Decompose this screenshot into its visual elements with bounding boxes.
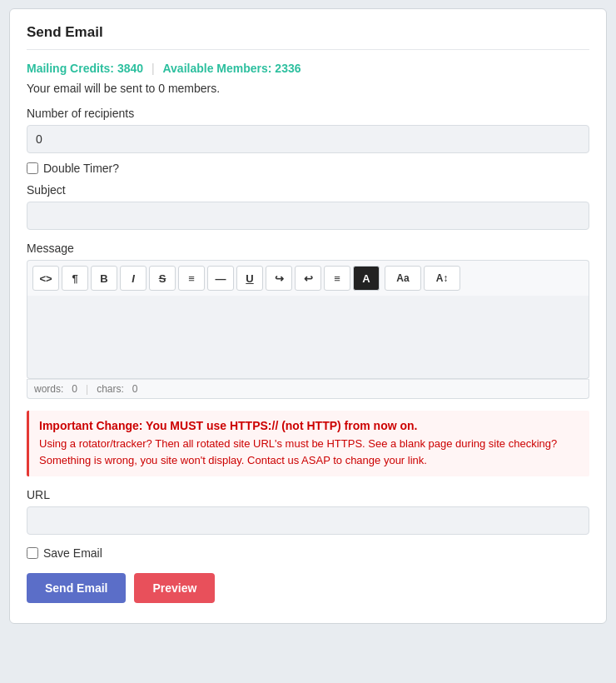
mailing-credits-value: 3840 [117,62,143,75]
undo-button[interactable]: ↩ [295,266,321,291]
url-input[interactable] [27,506,589,535]
available-members-value: 2336 [275,62,301,75]
subject-input[interactable] [27,202,589,230]
credits-row: Mailing Credits: 3840 | Available Member… [27,62,589,75]
bold-button[interactable]: B [91,266,117,291]
code-button[interactable]: <> [32,266,59,291]
underline-button[interactable]: U [236,266,263,291]
words-label: words: [34,383,63,395]
info-text: Your email will be sent to 0 members. [27,82,589,95]
save-email-row: Save Email [27,546,589,560]
chars-value: 0 [132,383,138,395]
strikethrough-button[interactable]: S [149,266,176,291]
toolbar: <> ¶ B I S ≡ — U ↪ ↩ ≡ A Aa A↕ [27,260,589,296]
font-size-button[interactable]: Aa [385,266,421,291]
subject-label: Subject [27,183,589,197]
send-email-button[interactable]: Send Email [27,573,126,603]
recipients-field: Number of recipients [27,107,589,153]
alert-box: Important Change: You MUST use HTTPS:// … [27,411,589,476]
page-title: Send Email [27,24,589,50]
recipients-input[interactable] [27,125,589,153]
list-button[interactable]: ≡ [178,266,205,291]
available-members-label: Available Members: [162,62,271,75]
double-timer-label[interactable]: Double Timer? [43,162,119,175]
message-textarea[interactable] [27,296,589,379]
subject-field: Subject [27,183,589,230]
alert-body: Using a rotator/tracker? Then all rotate… [39,436,579,468]
count-divider: | [86,383,88,395]
font-color-button[interactable]: A [353,266,380,291]
mailing-credits-label: Mailing Credits: [27,62,114,75]
paragraph-button[interactable]: ¶ [62,266,88,291]
message-label: Message [27,242,589,255]
recipients-label: Number of recipients [27,107,589,120]
button-row: Send Email Preview [27,573,589,603]
double-timer-checkbox[interactable] [27,162,38,174]
message-section: Message <> ¶ B I S ≡ — U ↪ ↩ ≡ A Aa A↕ w… [27,242,589,399]
redo-button[interactable]: ↪ [266,266,292,291]
italic-button[interactable]: I [120,266,147,291]
url-label: URL [27,488,589,501]
align-button[interactable]: ≡ [324,266,350,291]
separator: | [152,62,158,75]
url-section: URL [27,488,589,535]
send-email-card: Send Email Mailing Credits: 3840 | Avail… [9,8,607,624]
hr-button[interactable]: — [207,266,234,291]
double-timer-row: Double Timer? [27,162,589,175]
alert-title: Important Change: You MUST use HTTPS:// … [39,419,579,432]
chars-label: chars: [97,383,124,395]
preview-button[interactable]: Preview [134,573,215,603]
words-value: 0 [72,383,77,395]
word-count-bar: words: 0 | chars: 0 [27,379,589,399]
save-email-label[interactable]: Save Email [43,546,102,560]
save-email-checkbox[interactable] [27,547,38,559]
line-height-button[interactable]: A↕ [424,266,460,291]
